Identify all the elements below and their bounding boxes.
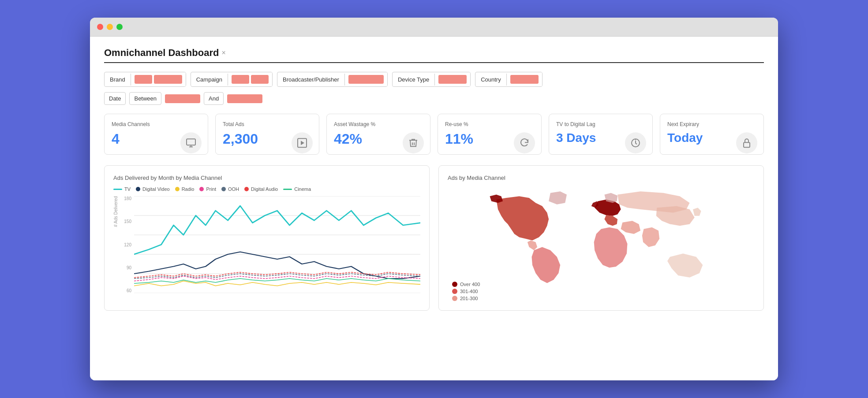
y-tick-150: 150 <box>124 219 131 224</box>
legend-print: Print <box>199 186 216 192</box>
y-axis-title: # Ads Delivered <box>113 196 118 227</box>
legend-cinema: Cinema <box>283 186 311 192</box>
digital-video-color <box>136 187 140 191</box>
broadcaster-label: Broadcaster/Publisher <box>277 74 345 86</box>
line-chart-legend: TV Digital Video Radio Print <box>113 186 420 192</box>
print-label: Print <box>206 186 216 192</box>
clock-icon <box>625 132 646 153</box>
kpi-total-ads-label: Total Ads <box>223 121 312 127</box>
brand-filter[interactable]: Brand <box>104 72 186 87</box>
radio-label: Radio <box>182 186 195 192</box>
broadcaster-value[interactable] <box>345 72 387 86</box>
svg-rect-0 <box>187 139 195 145</box>
201-300-color <box>452 296 457 301</box>
broadcaster-filter[interactable]: Broadcaster/Publisher <box>277 72 388 87</box>
brand-label: Brand <box>105 74 131 86</box>
legend-radio: Radio <box>175 186 195 192</box>
campaign-label: Campaign <box>191 74 228 86</box>
line-chart-title: Ads Delivered by Month by Media Channel <box>113 175 420 181</box>
over400-label: Over 400 <box>460 282 480 287</box>
date-label: Date <box>104 92 126 105</box>
kpi-total-ads: Total Ads 2,300 <box>215 114 319 155</box>
kpi-reuse-label: Re-use % <box>445 121 534 127</box>
device-type-filter[interactable]: Device Type <box>392 72 471 87</box>
legend-tv: TV <box>113 186 131 192</box>
map-legend-301-400: 301-400 <box>452 289 480 294</box>
brand-chip-2[interactable] <box>154 75 182 84</box>
refresh-icon <box>514 132 535 153</box>
map-legend: Over 400 301-400 201-300 <box>452 282 480 301</box>
tv-label: TV <box>124 186 131 192</box>
campaign-filter[interactable]: Campaign <box>191 72 273 87</box>
date-from-chip[interactable] <box>165 94 200 103</box>
map-legend-201-300: 201-300 <box>452 296 480 301</box>
201-300-label: 201-300 <box>460 296 478 301</box>
country-filter[interactable]: Country <box>475 72 542 87</box>
date-filter-bar: Date Between And <box>104 92 764 105</box>
tab-close-button[interactable]: × <box>221 49 225 57</box>
maximize-button[interactable] <box>116 24 123 30</box>
content-area: Omnichannel Dashboard × Brand Campaign <box>90 37 778 380</box>
legend-ooh: OOH <box>221 186 239 192</box>
trash-icon <box>403 132 424 153</box>
svg-rect-7 <box>744 142 750 147</box>
kpi-asset-wastage: Asset Wastage % 42% <box>326 114 430 155</box>
minimize-button[interactable] <box>107 24 113 30</box>
kpi-next-expirary: Next Expirary Today <box>660 114 764 155</box>
broadcaster-chip[interactable] <box>348 75 384 84</box>
print-color <box>199 187 204 191</box>
svg-point-4 <box>635 139 636 140</box>
cinema-color <box>283 189 292 190</box>
kpi-tv-digital-lag: TV to Digital Lag 3 Days <box>549 114 653 155</box>
kpi-tv-digital-lag-label: TV to Digital Lag <box>556 121 645 127</box>
date-to-chip[interactable] <box>227 94 262 103</box>
country-value[interactable] <box>507 72 542 86</box>
kpi-row: Media Channels 4 Total Ads 2,300 <box>104 114 764 155</box>
campaign-chip-1[interactable] <box>232 75 249 84</box>
radio-color <box>175 187 180 191</box>
close-button[interactable] <box>97 24 103 30</box>
cinema-label: Cinema <box>294 186 311 192</box>
device-type-value[interactable] <box>435 72 470 86</box>
world-map-svg <box>448 186 755 301</box>
dashboard-title: Omnichannel Dashboard <box>104 47 219 59</box>
y-tick-90: 90 <box>127 265 131 270</box>
app-window: Omnichannel Dashboard × Brand Campaign <box>90 18 778 380</box>
301-400-color <box>452 289 457 294</box>
brand-chip-1[interactable] <box>135 75 152 84</box>
kpi-next-expirary-label: Next Expirary <box>667 121 756 127</box>
title-bar <box>90 18 778 37</box>
map-legend-over400: Over 400 <box>452 282 480 287</box>
301-400-label: 301-400 <box>460 289 478 294</box>
filter-bar: Brand Campaign Broadcaster/Publisher <box>104 72 764 87</box>
device-type-label: Device Type <box>393 74 435 86</box>
map-container: Over 400 301-400 201-300 <box>448 186 755 301</box>
y-axis-labels: 180 150 120 90 60 <box>121 196 134 293</box>
kpi-media-channels: Media Channels 4 <box>104 114 208 155</box>
campaign-value[interactable] <box>228 72 272 86</box>
tab-header: Omnichannel Dashboard × <box>104 47 764 63</box>
brand-value[interactable] <box>131 72 186 86</box>
y-tick-180: 180 <box>124 196 131 201</box>
campaign-chip-2[interactable] <box>251 75 269 84</box>
country-label: Country <box>475 74 507 86</box>
line-chart-area: # Ads Delivered 180 150 120 90 60 <box>113 196 420 293</box>
line-chart-svg-container <box>134 196 420 293</box>
play-icon <box>292 132 313 153</box>
line-chart-svg <box>134 196 420 293</box>
country-chip[interactable] <box>510 75 539 84</box>
kpi-asset-wastage-label: Asset Wastage % <box>334 121 423 127</box>
map-chart-title: Ads by Media Channel <box>448 175 755 181</box>
digital-audio-label: Digital Audio <box>251 186 278 192</box>
svg-line-6 <box>636 143 637 144</box>
between-label: Between <box>129 92 161 105</box>
device-chip[interactable] <box>438 75 467 84</box>
over400-color <box>452 282 457 287</box>
kpi-reuse: Re-use % 11% <box>438 114 542 155</box>
y-tick-60: 60 <box>127 288 131 293</box>
svg-marker-2 <box>301 141 304 145</box>
tv-color <box>113 189 122 190</box>
ooh-label: OOH <box>228 186 239 192</box>
and-label: And <box>204 92 224 105</box>
digital-audio-color <box>244 187 249 191</box>
